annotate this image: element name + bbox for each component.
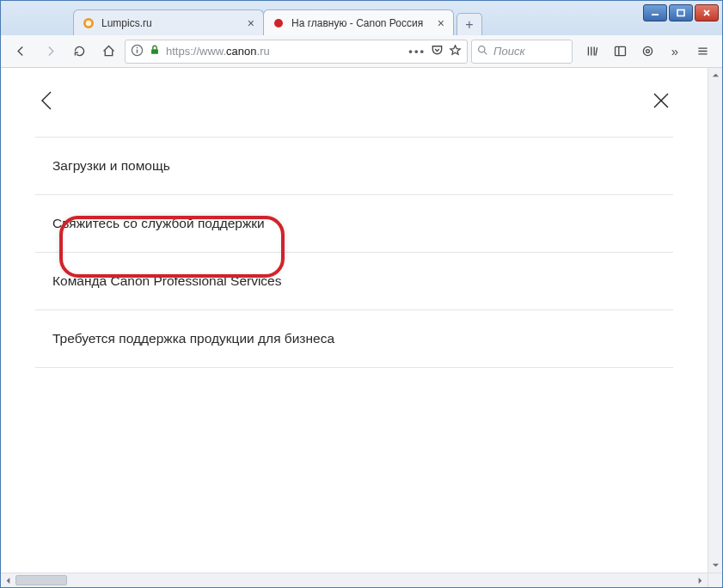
browser-window: Lumpics.ru × На главную - Canon Россия ×…	[0, 0, 723, 588]
containers-icon[interactable]	[634, 40, 660, 64]
url-text: https://www.canon.ru	[166, 45, 403, 58]
scroll-right-icon[interactable]	[693, 573, 708, 587]
vertical-scrollbar[interactable]	[708, 68, 722, 573]
svg-point-1	[86, 20, 91, 25]
menu-item-cps-team[interactable]: Команда Canon Professional Services	[35, 253, 673, 310]
library-icon[interactable]	[579, 40, 605, 64]
page-back-icon[interactable]	[35, 89, 59, 116]
minimize-button[interactable]	[643, 4, 667, 21]
maximize-button[interactable]	[669, 4, 693, 21]
scroll-up-icon[interactable]	[708, 68, 722, 83]
lock-icon[interactable]	[149, 44, 161, 58]
search-placeholder: Поиск	[493, 45, 525, 58]
svg-point-2	[274, 19, 283, 28]
sidebar-icon[interactable]	[607, 40, 633, 64]
svg-point-12	[646, 50, 649, 53]
overflow-icon[interactable]: »	[662, 40, 688, 64]
nav-bar: https://www.canon.ru ••• Поиск	[1, 35, 722, 68]
svg-point-9	[479, 46, 485, 52]
favicon-canon-icon	[273, 17, 285, 29]
tab-close-icon[interactable]: ×	[248, 17, 254, 29]
tab-strip: Lumpics.ru × На главную - Canon Россия ×…	[1, 1, 722, 35]
page-content: Загрузки и помощь Свяжитесь со службой п…	[1, 68, 708, 573]
scroll-left-icon[interactable]	[1, 573, 15, 587]
support-menu: Загрузки и помощь Свяжитесь со службой п…	[35, 137, 673, 368]
window-controls	[643, 4, 719, 21]
svg-rect-10	[615, 46, 625, 55]
svg-rect-4	[677, 10, 684, 16]
pocket-icon[interactable]	[431, 44, 444, 59]
horizontal-scrollbar[interactable]	[1, 573, 708, 587]
tab-title: На главную - Canon Россия	[291, 17, 431, 29]
menu-item-business-support[interactable]: Требуется поддержка продукции для бизнес…	[35, 310, 673, 368]
hamburger-menu-icon[interactable]	[689, 40, 715, 64]
svg-rect-6	[137, 49, 138, 52]
forward-button[interactable]	[37, 40, 63, 64]
search-box[interactable]: Поиск	[471, 40, 573, 64]
tab-canon[interactable]: На главную - Canon Россия ×	[263, 9, 454, 35]
tab-lumpics[interactable]: Lumpics.ru ×	[73, 9, 264, 35]
tab-title: Lumpics.ru	[101, 17, 241, 29]
reload-button[interactable]	[66, 40, 92, 64]
menu-item-downloads-help[interactable]: Загрузки и помощь	[35, 137, 673, 195]
page-actions-icon[interactable]: •••	[408, 45, 426, 58]
plus-icon: +	[465, 17, 473, 33]
site-info-icon[interactable]	[131, 44, 144, 59]
svg-rect-3	[652, 14, 659, 15]
svg-rect-7	[137, 46, 138, 48]
toolbar-right: »	[579, 40, 715, 64]
window-close-button[interactable]	[695, 4, 719, 21]
address-bar[interactable]: https://www.canon.ru •••	[125, 40, 468, 64]
home-button[interactable]	[95, 40, 121, 64]
svg-point-11	[643, 46, 652, 55]
back-button[interactable]	[8, 40, 34, 64]
menu-item-contact-support[interactable]: Свяжитесь со службой поддержки	[35, 195, 673, 253]
tab-close-icon[interactable]: ×	[438, 17, 444, 29]
scrollbar-thumb[interactable]	[15, 575, 67, 585]
svg-rect-8	[151, 49, 158, 54]
new-tab-button[interactable]: +	[456, 13, 482, 35]
bookmark-star-icon[interactable]	[449, 44, 462, 59]
scrollbar-corner	[708, 573, 722, 587]
search-icon	[477, 45, 488, 58]
page-close-icon[interactable]	[649, 89, 673, 116]
favicon-lumpics-icon	[83, 17, 95, 29]
scroll-down-icon[interactable]	[708, 558, 722, 573]
viewport: Загрузки и помощь Свяжитесь со службой п…	[1, 68, 722, 587]
